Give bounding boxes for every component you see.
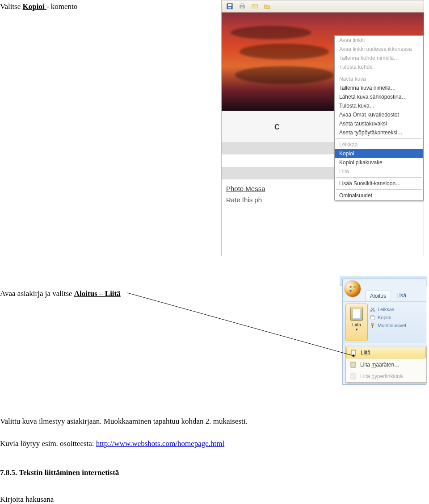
context-menu[interactable]: Avaa linkkiAvaa linkki uudessa ikkunassa… (334, 35, 424, 200)
save-icon[interactable] (224, 1, 235, 11)
context-menu-item[interactable]: Kopioi (335, 149, 423, 158)
ribbon-body: Liitä ▾ Leikkaa Kopioi Muotoilusivel (343, 301, 426, 343)
format-painter-button[interactable]: Muotoilusivel (370, 322, 406, 329)
menu-separator (336, 73, 422, 73)
chevron-down-icon: ▾ (346, 327, 367, 332)
svg-rect-20 (352, 363, 354, 367)
heading-785: 7.8.5. Tekstin liittäminen internetistä (0, 468, 119, 478)
context-menu-item: Tulosta kohde (335, 62, 423, 71)
context-menu-item[interactable]: Lähetä kuva sähköpostina… (335, 92, 423, 101)
svg-rect-2 (228, 7, 231, 8)
menu-separator (336, 138, 422, 139)
clipboard-icon (350, 349, 357, 356)
screenshot-word-ribbon: Aloitus Lisä Liitä ▾ Leikkaa Kopioi (340, 276, 427, 387)
menu-separator (336, 189, 422, 190)
context-menu-item[interactable]: Ominaisuudet (335, 191, 423, 200)
clipboard-special-icon (349, 361, 357, 368)
svg-point-9 (349, 290, 352, 292)
paste-menu-item-2[interactable]: Liitä määräten… (346, 359, 426, 371)
context-menu-item: Liitä (335, 167, 423, 176)
svg-rect-16 (372, 325, 373, 328)
menu-separator (336, 177, 422, 178)
paste-menu-item-1[interactable]: Liitä (346, 347, 426, 358)
context-menu-item: Avaa linkki (335, 36, 423, 45)
svg-line-22 (127, 293, 355, 356)
mail-icon[interactable] (249, 1, 260, 11)
paste-menu-item-3: Liitä hyperlinkkinä (346, 371, 426, 382)
svg-rect-1 (228, 4, 231, 6)
office-button[interactable] (345, 281, 361, 297)
paragraph-3: Valittu kuva ilmestyy asiakirjaan. Muokk… (0, 417, 248, 426)
svg-rect-21 (351, 374, 355, 379)
cut-button[interactable]: Leikkaa (370, 306, 406, 312)
clipboard-link-icon (349, 373, 357, 380)
paste-button[interactable]: Liitä ▾ (345, 304, 368, 341)
svg-rect-14 (372, 316, 374, 320)
svg-rect-15 (371, 323, 374, 325)
context-menu-item[interactable]: Lisää Suosikit-kansioon… (335, 179, 423, 188)
context-menu-item[interactable]: Avaa Omat kuvatiedostot (335, 110, 423, 119)
context-menu-item: Leikkaa (335, 140, 423, 149)
context-menu-item[interactable]: Tallenna kuva nimellä… (335, 83, 423, 92)
folder-icon[interactable] (262, 1, 273, 11)
clipboard-mini-buttons: Leikkaa Kopioi Muotoilusivel (370, 306, 406, 329)
context-menu-item[interactable]: Aseta työpöytäkohteeksi… (335, 128, 423, 137)
tab-aloitus[interactable]: Aloitus (365, 291, 391, 302)
svg-rect-4 (241, 4, 244, 5)
paragraph-4: Kuvia löytyy esim. osoitteesta: http://w… (0, 439, 224, 449)
screenshot-ie-context-menu: C Photo Messa Rate this ph Avaa linkkiAv… (221, 0, 424, 256)
context-menu-item: Avaa linkki uudessa ikkunassa (335, 45, 423, 54)
context-menu-item[interactable]: Kopioi pikakuvake (335, 158, 423, 167)
instruction-line-1: Valitse Kopioi - komento (0, 2, 77, 12)
clipboard-icon (350, 307, 363, 321)
svg-point-7 (349, 286, 352, 288)
context-menu-item: Tallenna kohde nimellä… (335, 54, 423, 62)
svg-rect-5 (241, 7, 244, 9)
brush-icon (370, 322, 376, 329)
svg-rect-18 (352, 351, 355, 354)
tab-lisaa[interactable]: Lisä (392, 291, 411, 302)
paste-dropdown-menu[interactable]: Liitä Liitä määräten… Liitä hyperlinkkin… (345, 346, 427, 383)
context-menu-item: Näytä kuva (335, 75, 423, 83)
context-menu-item[interactable]: Tulosta kuva… (335, 101, 423, 110)
instruction-line-2: Avaa asiakirja ja valitse Aloitus – Liit… (0, 289, 121, 299)
link-webshots[interactable]: http://www.webshots.com/homepage.html (96, 439, 224, 448)
paragraph-5: Kirjoita hakusana (0, 495, 54, 504)
ie-toolbar (222, 0, 424, 12)
svg-point-10 (353, 290, 356, 292)
scissors-icon (370, 306, 376, 312)
print-icon[interactable] (237, 1, 248, 11)
context-menu-item[interactable]: Aseta taustakuvaksi (335, 119, 423, 128)
svg-point-8 (353, 286, 356, 288)
arrow-line (127, 289, 364, 361)
copy-icon (370, 314, 376, 321)
copy-button[interactable]: Kopioi (370, 314, 406, 321)
ribbon-tabs: Aloitus Lisä (365, 291, 411, 302)
